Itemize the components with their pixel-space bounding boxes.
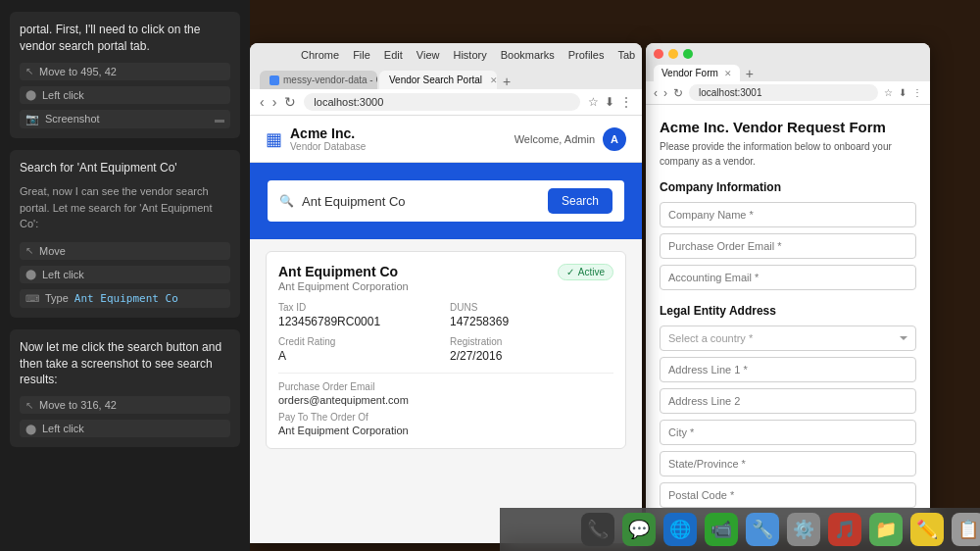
dock-safari[interactable]: 🌐 [663, 513, 697, 546]
brand-icon: ▦ [266, 128, 282, 150]
pay-to-label: Pay To The Order Of [278, 412, 613, 423]
form-title: Acme Inc. Vendor Request Form [660, 119, 916, 135]
action-label: Left click [42, 89, 84, 101]
result-header: Ant Equipment Co Ant Equipment Corporati… [278, 264, 613, 292]
menu-chrome[interactable]: Chrome [301, 49, 339, 61]
search-input[interactable]: Ant Equipment Co [302, 194, 540, 209]
log-block-3: Now let me click the search button and t… [10, 329, 240, 447]
po-email-input[interactable] [660, 233, 916, 259]
accounting-email-input[interactable] [660, 265, 916, 290]
form-download-icon[interactable]: ⬇ [899, 87, 906, 98]
menu-file[interactable]: File [353, 49, 370, 61]
action-screenshot-1: 📷 Screenshot ▬ [20, 110, 230, 128]
credit-rating-label: Credit Rating [278, 336, 442, 347]
move-icon: ↖ [25, 66, 33, 76]
form-back-button[interactable]: ‹ [654, 86, 658, 100]
action-click-2: ⬤ Left click [20, 266, 230, 283]
tab-bar: messy-vendor-data - Googl... ✕ Vendor Se… [260, 71, 632, 89]
section-legal-address: Legal Entity Address [660, 304, 916, 318]
url-input[interactable] [304, 93, 580, 111]
move-icon: ↖ [25, 245, 33, 256]
dock-clipboard[interactable]: 📋 [952, 513, 981, 546]
search-button[interactable]: Search [548, 188, 612, 214]
dock-facetime[interactable]: 📞 [581, 513, 614, 546]
form-maximize-button[interactable] [683, 49, 693, 59]
tab-close-icon[interactable]: ✕ [490, 75, 497, 85]
vendor-search-browser: Chrome File Edit View History Bookmarks … [250, 43, 642, 543]
menu-profiles[interactable]: Profiles [568, 49, 605, 61]
pay-to-value: Ant Equipment Corporation [278, 425, 613, 436]
menu-icon[interactable]: ⋮ [620, 95, 632, 109]
city-input[interactable] [660, 420, 916, 445]
search-bar: 🔍 Ant Equipment Co Search [266, 178, 626, 224]
country-select[interactable]: Select a country * [660, 326, 916, 351]
dock-messages[interactable]: 💬 [622, 513, 656, 546]
form-bookmark-icon[interactable]: ☆ [884, 87, 893, 98]
screenshot-icon: 📷 [25, 113, 39, 125]
form-tab-close-icon[interactable]: ✕ [724, 69, 732, 78]
menu-tab[interactable]: Tab [617, 49, 635, 61]
action-move-3: ↖ Move to 316, 42 [20, 396, 230, 414]
log-block-2: Search for 'Ant Equipment Co' Great, now… [10, 150, 240, 318]
window-controls: Chrome File Edit View History Bookmarks … [260, 49, 632, 65]
click-icon: ⬤ [25, 269, 36, 279]
reload-button[interactable]: ↻ [284, 94, 296, 110]
back-button[interactable]: ‹ [260, 94, 265, 110]
vendor-form-content: Acme Inc. Vendor Request Form Please pro… [646, 105, 930, 533]
action-label: Move [39, 245, 66, 257]
postal-code-input[interactable] [660, 482, 916, 508]
action-type-1: ⌨ Type Ant Equipment Co [20, 289, 230, 308]
menu-view[interactable]: View [416, 49, 440, 61]
activity-log-panel: portal. First, I'll need to click on the… [0, 0, 250, 551]
form-close-button[interactable] [654, 49, 663, 59]
log-text-1: portal. First, I'll need to click on the… [20, 22, 230, 55]
credit-rating-value: A [278, 349, 442, 363]
dock-system-prefs[interactable]: ⚙️ [787, 513, 820, 546]
tab-label: Vendor Search Portal [389, 75, 482, 85]
bookmark-icon[interactable]: ☆ [588, 95, 599, 109]
address-line2-input[interactable] [660, 388, 916, 414]
dock-files[interactable]: 📁 [869, 513, 903, 546]
log-block-1: portal. First, I'll need to click on the… [10, 12, 240, 138]
dock-music[interactable]: 🎵 [828, 513, 861, 546]
action-move-1: ↖ Move to 495, 42 [20, 63, 230, 80]
form-url-input[interactable] [689, 84, 878, 101]
menu-bookmarks[interactable]: Bookmarks [501, 49, 555, 61]
state-input[interactable] [660, 451, 916, 476]
action-click-1: ⬤ Left click [20, 86, 230, 104]
dock-facetime-video[interactable]: 📹 [705, 513, 738, 546]
status-badge: ✓ Active [558, 264, 613, 280]
log-title-2: Search for 'Ant Equipment Co' [20, 160, 230, 176]
form-forward-button[interactable]: › [663, 86, 667, 100]
action-label: Move to 495, 42 [39, 66, 117, 77]
form-menu-icon[interactable]: ⋮ [912, 87, 922, 98]
company-name-input[interactable] [660, 202, 916, 227]
tab-spreadsheet[interactable]: messy-vendor-data - Googl... ✕ [260, 71, 377, 89]
dock-finder[interactable]: 🔧 [746, 513, 779, 546]
section-company-info: Company Information [660, 180, 916, 194]
menu-edit[interactable]: Edit [384, 49, 403, 61]
address-line1-input[interactable] [660, 357, 916, 382]
tab-vendor-search[interactable]: Vendor Search Portal ✕ [379, 71, 497, 89]
log-text-3: Now let me click the search button and t… [20, 339, 230, 388]
url-bar: ‹ › ↻ ☆ ⬇ ⋮ [250, 89, 642, 116]
type-icon: ⌨ [25, 293, 39, 304]
form-reload-button[interactable]: ↻ [673, 86, 683, 100]
menu-history[interactable]: History [453, 49, 486, 61]
credit-rating-field: Credit Rating A [278, 336, 442, 363]
email-section: Purchase Order Email orders@antequipment… [278, 373, 613, 436]
form-tab-vendor[interactable]: Vendor Form ✕ [654, 65, 740, 81]
welcome-text: Welcome, Admin [514, 133, 595, 145]
screenshot-thumb: ▬ [215, 114, 224, 125]
registration-label: Registration [450, 336, 613, 347]
download-icon[interactable]: ⬇ [605, 95, 614, 109]
form-titlebar: Vendor Form ✕ + [646, 43, 930, 81]
click-icon: ⬤ [25, 424, 36, 434]
new-tab-button[interactable]: + [499, 74, 514, 89]
form-new-tab-button[interactable]: + [742, 66, 758, 81]
tab-label: messy-vendor-data - Googl... [283, 75, 377, 85]
forward-button[interactable]: › [272, 94, 277, 110]
dock-notes[interactable]: ✏️ [910, 513, 944, 546]
form-window-controls [654, 49, 922, 59]
form-minimize-button[interactable] [668, 49, 678, 59]
